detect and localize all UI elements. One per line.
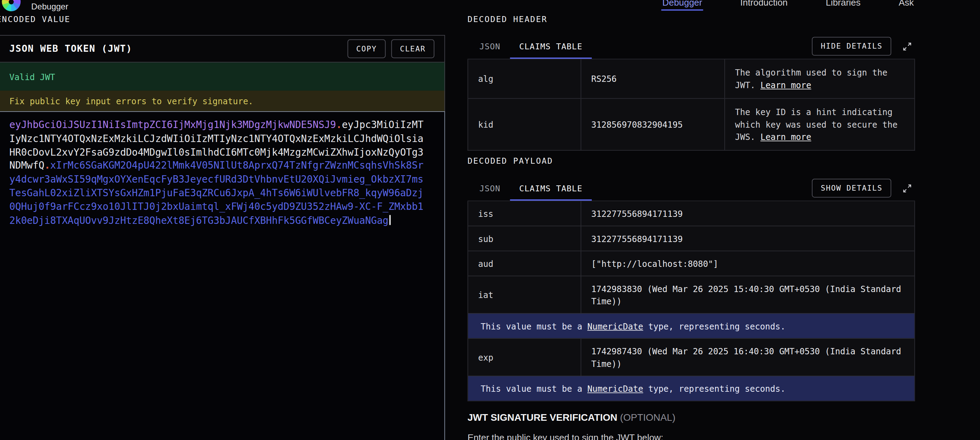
decoded-payload-heading: DECODED PAYLOAD <box>468 156 553 166</box>
copy-button[interactable]: COPY <box>348 40 386 59</box>
claim-value-cell: 1742987430 (Wed Mar 26 2025 16:40:30 GMT… <box>581 339 914 376</box>
claim-value-text: 1742983830 (Wed Mar 26 2025 15:40:30 GMT… <box>592 282 904 307</box>
note-text: type, representing seconds. <box>643 383 786 394</box>
jwt-token-separator: . <box>45 160 50 172</box>
claim-value-text: 312856970832904195 <box>592 118 683 131</box>
signature-verification-heading: JWT SIGNATURE VERIFICATION (OPTIONAL) <box>468 412 676 423</box>
table-row: exp 1742987430 (Wed Mar 26 2025 16:40:30… <box>468 338 914 376</box>
signature-warning-banner: Fix public key input errors to verify si… <box>0 91 445 111</box>
hide-details-button[interactable]: HIDE DETAILS <box>812 37 891 56</box>
jwt-token-input[interactable]: eyJhbGciOiJSUzI1NiIsImtpZCI6IjMxMjg1Njk3… <box>0 111 445 440</box>
claim-value-text: 312277556894171139 <box>592 207 683 220</box>
claim-name-cell: exp <box>468 339 581 376</box>
numericdate-note-row: This value must be a NumericDate type, r… <box>468 313 914 338</box>
claim-value-text: 312277556894171139 <box>592 232 683 245</box>
jwt-token-separator: . <box>336 119 342 130</box>
claim-description-cell: The algorithm used to sign the JWT. Lear… <box>724 59 914 98</box>
nav-item-debugger[interactable]: Debugger <box>661 0 703 11</box>
decoded-payload-panel: JSON CLAIMS TABLE SHOW DETAILS iss 31227… <box>468 176 915 401</box>
topbar: Debugger Debugger Introduction Libraries… <box>0 0 980 15</box>
nav-item-introduction[interactable]: Introduction <box>739 0 789 11</box>
note-text: This value must be a <box>480 321 587 331</box>
table-row: aud ["http://localhost:8080"] <box>468 251 914 276</box>
top-nav: Debugger Introduction Libraries Ask <box>661 0 915 11</box>
decoded-payload-tabbar: JSON CLAIMS TABLE SHOW DETAILS <box>468 176 915 201</box>
claim-value-cell: ["http://localhost:8080"] <box>581 251 914 276</box>
payload-claims-table: iss 312277556894171139 sub 3122775568941… <box>468 201 915 401</box>
tab-json-header[interactable]: JSON <box>470 33 510 59</box>
jwt-panel-actions: COPY CLEAR <box>348 40 434 59</box>
tab-claims-table-header[interactable]: CLAIMS TABLE <box>510 33 592 59</box>
claim-name-cell: alg <box>468 59 581 98</box>
note-text: This value must be a <box>480 383 587 394</box>
claim-value-cell: RS256 <box>581 59 724 98</box>
optional-label: (OPTIONAL) <box>620 412 676 423</box>
numericdate-link[interactable]: NumericDate <box>587 321 643 331</box>
jwt-panel-header: JSON WEB TOKEN (JWT) COPY CLEAR <box>0 35 445 63</box>
expand-icon[interactable] <box>900 181 913 195</box>
decoded-header-heading: DECODED HEADER <box>468 14 547 24</box>
table-row: iss 312277556894171139 <box>468 201 914 226</box>
jwt-valid-status-text: Valid JWT <box>10 72 55 82</box>
jwt-panel-title: JSON WEB TOKEN (JWT) <box>10 43 132 54</box>
app-title: Debugger <box>31 2 68 11</box>
decoded-header-tabbar: JSON CLAIMS TABLE HIDE DETAILS <box>468 33 915 59</box>
claim-value-cell: 312277556894171139 <box>581 201 914 226</box>
tab-json-payload[interactable]: JSON <box>470 176 510 200</box>
expand-icon[interactable] <box>900 40 913 53</box>
decoded-header-panel: JSON CLAIMS TABLE HIDE DETAILS alg RS256… <box>468 33 915 150</box>
jwt-token-header-segment: eyJhbGciOiJSUzI1NiIsImtpZCI6IjMxMjg1Njk3… <box>10 119 336 130</box>
claim-name-cell: sub <box>468 226 581 251</box>
signature-verification-instruction: Enter the public key used to sign the JW… <box>468 433 663 440</box>
jwt-valid-status: Valid JWT <box>0 63 445 91</box>
claim-value-text: RS256 <box>592 72 617 85</box>
clear-button[interactable]: CLEAR <box>391 40 434 59</box>
claim-name-cell: iss <box>468 201 581 226</box>
jwt-debugger-page: Debugger Debugger Introduction Libraries… <box>0 0 980 440</box>
claim-value-cell: 1742983830 (Wed Mar 26 2025 15:40:30 GMT… <box>581 276 914 313</box>
claim-value-cell: 312856970832904195 <box>581 98 724 150</box>
learn-more-link[interactable]: Learn more <box>760 80 811 90</box>
encoded-value-heading: ENCODED VALUE <box>0 14 70 24</box>
table-row: iat 1742983830 (Wed Mar 26 2025 15:40:30… <box>468 276 914 313</box>
signature-warning-text: Fix public key input errors to verify si… <box>10 96 253 106</box>
claim-name-cell: iat <box>468 276 581 313</box>
nav-item-libraries[interactable]: Libraries <box>824 0 862 11</box>
table-row: alg RS256 The algorithm used to sign the… <box>468 59 914 98</box>
show-details-button[interactable]: SHOW DETAILS <box>812 179 891 198</box>
numericdate-link[interactable]: NumericDate <box>587 383 643 394</box>
nav-item-ask[interactable]: Ask <box>897 0 915 11</box>
note-text: type, representing seconds. <box>643 321 786 331</box>
claim-value-cell: 312277556894171139 <box>581 226 914 251</box>
claim-value-text: ["http://localhost:8080"] <box>592 257 718 270</box>
jwt-token-signature-segment: xIrMc6SGaKGM2O4pU422lMmk4V05NIlUt8AprxQ7… <box>10 160 423 226</box>
table-row: sub 312277556894171139 <box>468 226 914 251</box>
claim-description-text: The key ID is a hint indicating which ke… <box>735 107 898 142</box>
claim-description-cell: The key ID is a hint indicating which ke… <box>724 98 914 150</box>
jwt-logo-icon[interactable] <box>2 0 21 11</box>
tab-claims-table-payload[interactable]: CLAIMS TABLE <box>510 176 592 200</box>
claim-name-cell: kid <box>468 98 581 150</box>
numericdate-note-row: This value must be a NumericDate type, r… <box>468 376 914 400</box>
learn-more-link[interactable]: Learn more <box>760 132 811 142</box>
table-row: kid 312856970832904195 The key ID is a h… <box>468 98 914 150</box>
text-cursor <box>389 215 391 225</box>
claim-name-cell: aud <box>468 251 581 276</box>
header-claims-table: alg RS256 The algorithm used to sign the… <box>468 59 915 151</box>
signature-verification-title: JWT SIGNATURE VERIFICATION <box>468 412 617 423</box>
claim-value-text: 1742987430 (Wed Mar 26 2025 16:40:30 GMT… <box>592 345 904 370</box>
